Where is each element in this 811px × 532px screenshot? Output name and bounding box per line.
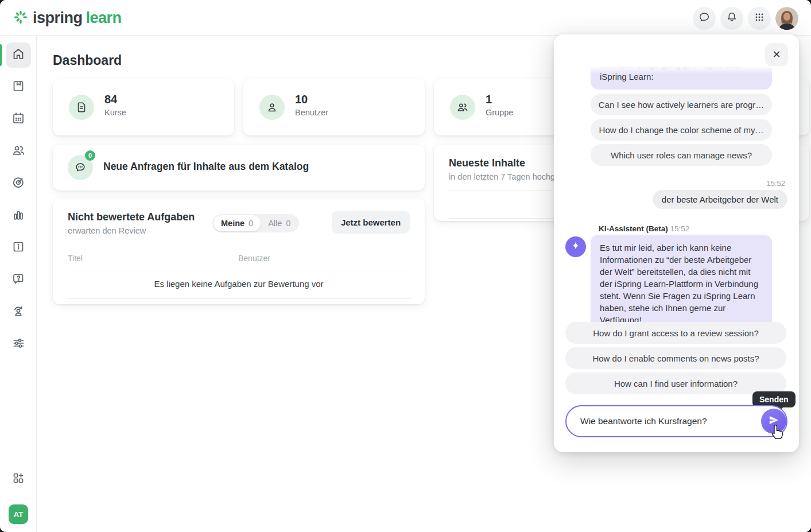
message-input[interactable] — [580, 407, 747, 435]
sidebar-item-settings[interactable] — [6, 332, 31, 357]
assistant-header: KI-Assistent (Beta) 15:52 — [599, 224, 689, 233]
divider — [67, 298, 411, 299]
sidebar-item-courses[interactable] — [6, 75, 31, 100]
mouse-cursor — [770, 424, 785, 443]
app-window: Dashboard 84 Kurse 10 Benutzer 1 Gruppe — [0, 0, 811, 532]
sidebar-item-supervision[interactable] — [6, 300, 31, 325]
sidebar-item-support[interactable] — [6, 267, 31, 293]
sidebar-item-users[interactable] — [6, 139, 31, 164]
suggestion-chip[interactable]: Can I see how actively learners are prog… — [591, 94, 772, 115]
bar-chart-icon — [11, 208, 25, 224]
apps-grid-icon — [754, 11, 765, 25]
sparkle-icon — [571, 240, 581, 253]
review-now-button[interactable]: Jetzt bewerten — [332, 211, 410, 234]
apps-button[interactable] — [748, 7, 771, 30]
ai-assistant-panel: ✕ Hier sind einige gängige Fragen über i… — [554, 34, 799, 452]
catalog-requests-title: Neue Anfragen für Inhalte aus dem Katalo… — [103, 161, 309, 173]
column-benutzer: Benutzer — [238, 254, 270, 263]
ungraded-tabs: Meine 0 Alle 0 — [212, 214, 299, 232]
question-bubble-icon — [11, 272, 25, 288]
assistant-avatar — [565, 236, 586, 257]
sidebar: AT — [0, 36, 37, 532]
sidebar-item-goals[interactable] — [6, 171, 31, 196]
group-icon — [450, 95, 475, 120]
tab-alle-count: 0 — [286, 219, 290, 228]
ispring-burst-icon — [13, 10, 28, 27]
close-button[interactable]: ✕ — [765, 43, 788, 66]
suggestion-chip[interactable]: How do I change the color scheme of my… — [591, 119, 772, 141]
stat-label: Kurse — [104, 108, 126, 117]
home-icon — [11, 47, 25, 63]
column-titel: Titel — [68, 254, 83, 263]
person-sync-icon — [11, 304, 25, 320]
assistant-name: KI-Assistent (Beta) — [599, 224, 668, 233]
stat-label: Gruppe — [486, 108, 513, 117]
notifications-button[interactable] — [720, 7, 743, 30]
stat-value: 10 — [295, 93, 308, 106]
tab-alle[interactable]: Alle 0 — [261, 215, 298, 231]
sliders-icon — [11, 336, 25, 352]
ungraded-title: Nicht bewertete Aufgaben — [68, 211, 195, 223]
suggestion-chip[interactable]: How do I enable comments on news posts? — [565, 347, 786, 369]
suggestion-chip[interactable]: How can I find user information? — [565, 372, 786, 394]
assistant-timestamp: 15:52 — [670, 224, 690, 233]
stat-value: 84 — [104, 93, 117, 106]
page-title: Dashboard — [53, 53, 122, 68]
chat-button[interactable] — [693, 7, 716, 30]
latest-content-title: Neueste Inhalte — [449, 157, 525, 169]
suggestion-chip[interactable]: How do I grant access to a review sessio… — [565, 322, 786, 344]
user-avatar[interactable] — [775, 7, 798, 30]
info-square-icon — [11, 240, 25, 256]
tab-meine[interactable]: Meine 0 — [214, 215, 261, 231]
catalog-requests-card[interactable]: 0 Neue Anfragen für Inhalte aus dem Kata… — [53, 145, 425, 191]
stat-card-courses[interactable]: 84 Kurse — [53, 79, 234, 135]
bell-icon — [725, 11, 738, 26]
users-icon — [11, 143, 25, 160]
top-fade — [588, 66, 774, 74]
calendar-icon — [11, 111, 25, 127]
sidebar-item-reports[interactable] — [6, 203, 31, 228]
requests-count-badge: 0 — [85, 150, 95, 161]
logo-text: ispringlearn — [33, 9, 122, 27]
divider — [67, 270, 411, 270]
top-bar: ispringlearn — [0, 0, 811, 36]
close-icon: ✕ — [772, 48, 781, 61]
sidebar-item-calendar[interactable] — [6, 107, 31, 132]
document-icon — [69, 95, 94, 120]
sidebar-item-info[interactable] — [6, 235, 31, 261]
user-message: der beste Arbeitgeber der Welt — [653, 190, 787, 209]
tab-meine-count: 0 — [249, 219, 253, 228]
person-icon — [259, 95, 285, 120]
stat-card-users[interactable]: 10 Benutzer — [243, 79, 425, 135]
assistant-message: Es tut mir leid, aber ich kann keine Inf… — [591, 235, 772, 333]
suggestion-chip[interactable]: Which user roles can manage news? — [591, 144, 772, 166]
grid-plus-icon — [11, 471, 25, 487]
app-logo[interactable]: ispringlearn — [13, 9, 122, 27]
account-badge[interactable]: AT — [9, 504, 28, 524]
ungraded-card: Nicht bewertete Aufgaben erwarten den Re… — [53, 199, 425, 304]
target-arrow-icon — [11, 176, 25, 192]
ungraded-subtitle: erwarten den Review — [68, 226, 146, 235]
empty-state-text: Es liegen keine Aufgaben zur Bewertung v… — [53, 279, 425, 289]
message-input-container — [565, 405, 787, 437]
sidebar-item-add-apps[interactable] — [6, 467, 31, 492]
sidebar-item-home[interactable] — [6, 42, 31, 68]
book-icon — [11, 79, 25, 95]
message-timestamp: 15:52 — [766, 179, 785, 188]
stat-label: Benutzer — [295, 108, 328, 117]
chat-icon — [698, 11, 711, 26]
stat-value: 1 — [486, 93, 492, 106]
active-indicator — [0, 44, 2, 66]
